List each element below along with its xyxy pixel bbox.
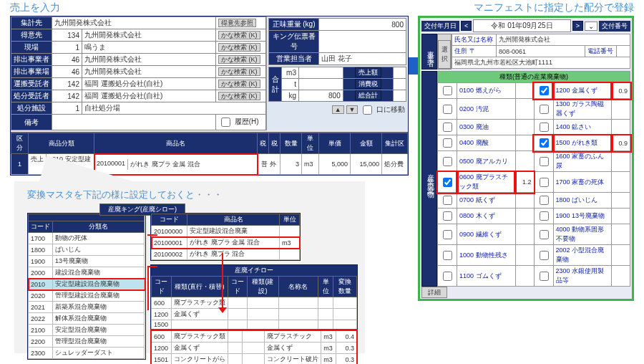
btn-shohi[interactable]: 消費税 xyxy=(355,79,381,89)
mani-detail-btn[interactable]: 詳細 xyxy=(421,287,447,298)
mani-select-btn[interactable]: 選択 xyxy=(438,40,451,69)
val-shisetsu-nm[interactable]: 自社処分場 xyxy=(82,102,266,115)
btn-nav-next[interactable]: ▼ xyxy=(346,105,358,114)
mani-chk[interactable] xyxy=(540,196,549,205)
val-unpan-cd[interactable]: 142 xyxy=(52,78,82,90)
mani-addr[interactable]: 福岡県北九州市若松区大池町1111 xyxy=(452,57,630,69)
king-left-row[interactable]: 2022解体系混合廃棄物 xyxy=(29,313,145,325)
mani-chk[interactable] xyxy=(540,157,549,166)
mani-waste-row[interactable]: 0500 廃アルカリ1600 家畜のふん尿 xyxy=(438,151,630,172)
king-right-row[interactable]: 20100001がれき 廃プラ 金属 混合m3 xyxy=(152,237,300,249)
ichiro-row-b[interactable]: 1501コンクリートがらコンクリート破片m30.3 xyxy=(152,354,357,365)
mani-chk[interactable] xyxy=(540,211,549,221)
btn-tokuisaki-ref[interactable]: 得意先参照 xyxy=(218,19,256,27)
kana-6[interactable]: かな検索 (K) xyxy=(218,92,260,100)
king-left-row[interactable]: 2200管理型混合廃棄物 xyxy=(29,336,145,348)
val-kg[interactable]: 800 xyxy=(299,90,343,102)
mani-waste-row[interactable]: 0700 紙くず1800 ばいじん xyxy=(438,193,630,209)
val-king-denpyo[interactable] xyxy=(319,31,406,53)
mani-chk[interactable] xyxy=(540,105,549,114)
mani-date-prev[interactable]: < xyxy=(461,21,472,31)
kana-3[interactable]: かな検索 (K) xyxy=(218,55,260,64)
val-hjb-nm[interactable]: 九州開発株式会社 xyxy=(82,66,216,78)
mani-chk[interactable] xyxy=(540,178,549,187)
mani-waste-row[interactable]: 0800 木くず1900 13号廃棄物 xyxy=(438,209,630,224)
mani-chk[interactable] xyxy=(443,86,452,95)
mani-tel[interactable] xyxy=(616,46,630,57)
mani-chk[interactable] xyxy=(540,251,549,260)
val-tokuisaki-cd[interactable]: 134 xyxy=(52,29,82,42)
val-hjb-cd[interactable]: 46 xyxy=(52,66,82,78)
mani-zip[interactable]: 808-0061 xyxy=(497,46,585,57)
btn-uriage[interactable]: 売上額 xyxy=(355,67,381,77)
kana-4[interactable]: かな検索 (K) xyxy=(218,67,260,76)
king-left-row[interactable]: 2300シュレッダーダスト xyxy=(29,348,145,359)
mani-chk[interactable] xyxy=(540,272,549,281)
val-eigyo[interactable]: 山田 花子 xyxy=(319,53,406,65)
king-left-row[interactable]: 2100安定型混合廃棄物 xyxy=(29,325,145,336)
mani-waste-row[interactable]: 1000 動物性残さ2002 小型混合廃棄物 xyxy=(438,245,630,266)
king-left-row[interactable]: 2020管理型建設混合廃棄物 xyxy=(29,290,145,302)
val-shisetsu-cd[interactable]: 1 xyxy=(52,102,82,115)
mani-waste-row[interactable]: 0400 廃酸1500 がれき類0.9 xyxy=(438,135,630,151)
mani-chk[interactable] xyxy=(443,211,452,221)
val-t-empty[interactable] xyxy=(299,79,343,90)
mani-waste-row[interactable]: 0300 廃油1400 鉱さい xyxy=(438,120,630,135)
king-left-row[interactable]: 2021新築系混合廃棄物 xyxy=(29,302,145,313)
king-left-row[interactable]: 2010安定型建設混合廃棄物 xyxy=(29,279,145,290)
val-tokuisaki-nm[interactable]: 九州開発株式会社 xyxy=(82,29,216,42)
mani-chk[interactable] xyxy=(443,230,452,239)
king-right-row[interactable]: 20100002がれき 廃プラ 混合 xyxy=(152,249,300,260)
kana-2[interactable]: かな検索 (K) xyxy=(218,43,260,52)
ichiro-row[interactable]: 1200金属くず xyxy=(152,309,357,320)
chk-rireki[interactable] xyxy=(221,118,230,127)
mani-chk[interactable] xyxy=(443,272,452,281)
kana-5[interactable]: かな検索 (K) xyxy=(218,80,260,88)
val-hj-nm[interactable]: 九州開発株式会社 xyxy=(82,54,216,66)
mani-chk[interactable] xyxy=(443,251,452,260)
mani-chk[interactable] xyxy=(443,123,452,132)
ichiro-row-b[interactable]: 600廃プラスチック類廃プラスチックm30.4 xyxy=(152,330,357,343)
val-genba-nm[interactable]: 鳴うま xyxy=(82,42,216,54)
mani-waste-row[interactable]: 0100 燃えがら1200 金属くず0.9 xyxy=(438,83,630,99)
king-left-row[interactable]: 2000建設混合廃棄物 xyxy=(29,267,145,279)
mani-chk[interactable] xyxy=(540,86,549,95)
mani-chk[interactable] xyxy=(443,157,452,166)
ichiro-row[interactable]: 1500 xyxy=(152,320,357,330)
mani-chk[interactable] xyxy=(443,138,452,148)
ichiro-row-b[interactable]: 1200金属くず金属くずm30.3 xyxy=(152,343,357,354)
chk-ido[interactable] xyxy=(363,105,372,115)
val-shobun-nm[interactable]: 福岡 運搬処分会社(自社) xyxy=(82,90,216,102)
king-left-row[interactable]: 1800ばいじん xyxy=(29,244,145,256)
mani-date[interactable]: 令和 01年09月25日 xyxy=(473,19,570,32)
mani-name[interactable]: 九州開発株式会社 xyxy=(497,34,630,46)
val-genba-cd[interactable]: 1 xyxy=(52,42,82,54)
mani-chk[interactable] xyxy=(540,123,549,132)
val-unpan-nm[interactable]: 福岡 運搬処分会社(自社) xyxy=(82,78,216,90)
mani-chk[interactable] xyxy=(443,196,452,205)
mani-waste-row[interactable]: 0900 繊維くず4000 動物系固形不要物 xyxy=(438,224,630,245)
mani-waste-row[interactable]: 0600 廃プラスチック類1.21700 家畜の死体 xyxy=(438,172,630,193)
mani-chk[interactable] xyxy=(540,230,549,239)
val-seimi[interactable]: 800 xyxy=(319,19,406,31)
king-left-row[interactable]: 1700動物の死体 xyxy=(29,233,145,244)
king-left-row[interactable]: 190013号廃棄物 xyxy=(29,256,145,267)
val-m3[interactable] xyxy=(299,67,343,79)
val-syukei[interactable]: 九州開発株式会社 xyxy=(52,17,216,29)
val-biko[interactable] xyxy=(52,115,216,130)
mani-chk[interactable] xyxy=(443,178,452,187)
kana-1[interactable]: かな検索 (K) xyxy=(218,31,260,39)
val-hj-cd[interactable]: 46 xyxy=(52,54,82,66)
ichiro-row[interactable]: 600廃プラスチック類 xyxy=(152,297,357,309)
mani-chk[interactable] xyxy=(540,138,549,148)
mani-date-next[interactable]: > xyxy=(572,21,583,31)
btn-gokei[interactable]: 総合計 xyxy=(355,90,381,100)
mani-waste-row[interactable]: 0200 汚泥1300 ガラス陶磁器くず xyxy=(438,99,630,120)
king-right-row[interactable]: 20100000安定型建設混合廃棄 xyxy=(152,226,300,237)
mani-tel-lbl: 電話番号 xyxy=(585,46,616,57)
btn-nav-prev[interactable]: ▲ xyxy=(332,105,344,114)
mani-date-drop[interactable]: ⌄ xyxy=(585,21,597,31)
mani-waste-row[interactable]: 1100 ゴムくず2300 水銀使用製品等 xyxy=(438,266,630,287)
val-shobun-cd[interactable]: 142 xyxy=(52,90,82,102)
mani-chk[interactable] xyxy=(443,105,452,114)
